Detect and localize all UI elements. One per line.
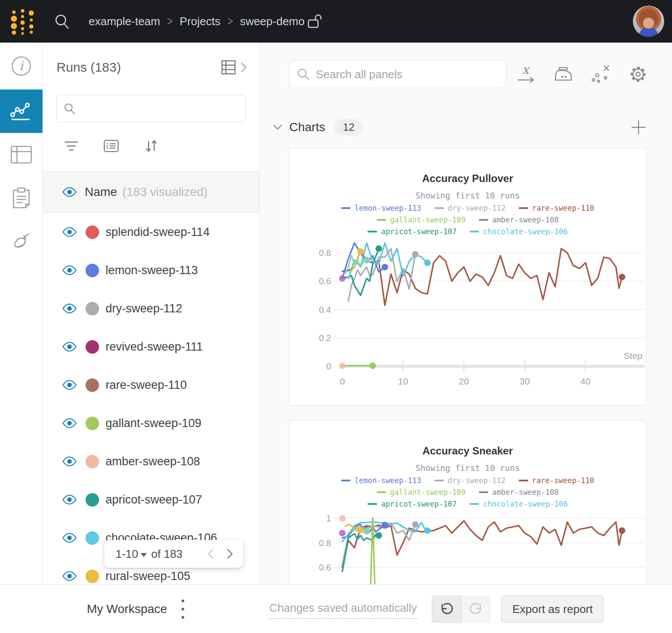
chart-panel-accuracy-pullover[interactable]: Accuracy PulloverShowing first 10 runsle… [289, 148, 646, 406]
legend-item-gallant-sweep-109[interactable]: gallant-sweep-109 [377, 215, 466, 224]
series-end-dot-gallant-sweep-109 [370, 362, 376, 369]
breadcrumb: example-team>Projects>sweep-demo [89, 15, 305, 28]
chart-plot[interactable]: 00.20.40.60.8010203040Step [289, 237, 646, 390]
search-icon [64, 102, 76, 115]
visibility-eye-icon[interactable] [62, 227, 77, 237]
runs-search-box[interactable] [56, 95, 246, 122]
workspace-menu-button[interactable] [177, 600, 189, 619]
legend-item-amber-sweep-108[interactable]: amber-sweep-108 [479, 488, 559, 497]
svg-text:10: 10 [398, 376, 408, 386]
chart-panel-accuracy-sneaker[interactable]: Accuracy SneakerShowing first 10 runslem… [289, 420, 646, 584]
visibility-all-icon[interactable] [62, 187, 77, 197]
prev-page-button[interactable] [207, 548, 215, 560]
visibility-eye-icon[interactable] [62, 380, 77, 390]
legend-line-swatch [367, 231, 377, 232]
next-page-button[interactable] [226, 548, 234, 560]
panels-search-box[interactable] [289, 60, 506, 88]
visibility-eye-icon[interactable] [62, 265, 77, 275]
legend-item-amber-sweep-108[interactable]: amber-sweep-108 [479, 215, 559, 224]
legend-item-dry-sweep-112[interactable]: dry-sweep-112 [434, 204, 506, 212]
legend-item-lemon-sweep-113[interactable]: lemon-sweep-113 [341, 204, 421, 212]
runs-name-header[interactable]: Name (183 visualized) [43, 171, 260, 213]
workspace-settings-button[interactable] [629, 64, 648, 84]
wandb-logo[interactable] [10, 7, 36, 36]
runs-table-icon [221, 60, 238, 75]
run-name[interactable]: rare-sweep-110 [106, 378, 187, 392]
run-color-dot [86, 531, 99, 545]
run-point-amber-sweep-108 [339, 362, 346, 369]
run-name[interactable]: apricot-sweep-107 [106, 493, 202, 507]
visibility-eye-icon[interactable] [62, 533, 77, 543]
legend-line-swatch [519, 480, 528, 481]
series-end-dot-apricot-sweep-107 [376, 245, 382, 252]
run-name[interactable]: rural-sweep-105 [106, 570, 190, 583]
table-icon [10, 146, 32, 164]
visibility-eye-icon[interactable] [62, 418, 77, 428]
x-axis-settings-button[interactable]: x [516, 64, 536, 84]
run-color-dot [86, 417, 99, 430]
legend-item-gallant-sweep-109[interactable]: gallant-sweep-109 [377, 488, 466, 497]
visibility-eye-icon[interactable] [62, 571, 77, 581]
add-panel-button[interactable] [630, 119, 647, 136]
visibility-eye-icon[interactable] [62, 342, 77, 351]
legend-line-swatch [341, 480, 351, 481]
legend-item-rare-sweep-110[interactable]: rare-sweep-110 [519, 204, 594, 212]
series-end-dot-rural-sweep-105 [358, 527, 364, 533]
legend-item-apricot-sweep-107[interactable]: apricot-sweep-107 [367, 227, 457, 236]
nav-sweeps[interactable] [0, 220, 43, 263]
run-row: rare-sweep-110 [43, 366, 260, 404]
panels-search-input[interactable] [316, 68, 498, 81]
run-name[interactable]: dry-sweep-112 [106, 302, 182, 315]
section-collapse-chevron[interactable] [273, 124, 282, 130]
nav-overview[interactable]: i [0, 43, 43, 89]
nav-table[interactable] [0, 133, 43, 176]
run-name[interactable]: revived-sweep-111 [106, 340, 203, 354]
global-search-icon[interactable] [54, 13, 70, 30]
run-color-dot [86, 264, 99, 277]
x-axis-icon: x [517, 64, 535, 84]
run-name[interactable]: lemon-sweep-113 [106, 264, 198, 277]
undo-button[interactable] [432, 596, 461, 623]
series-end-dot-rare-sweep-110 [619, 527, 626, 534]
unlock-icon [307, 13, 322, 30]
legend-line-swatch [341, 207, 351, 209]
legend-line-swatch [479, 219, 488, 221]
svg-text:0: 0 [340, 376, 345, 386]
redo-button[interactable] [461, 596, 491, 623]
breadcrumb-item-sweep-demo[interactable]: sweep-demo [240, 15, 305, 28]
run-name[interactable]: splendid-sweep-114 [106, 225, 210, 239]
visibility-eye-icon[interactable] [62, 457, 77, 466]
chart-subtitle: Showing first 10 runs [289, 463, 646, 473]
breadcrumb-item-example-team[interactable]: example-team [89, 15, 160, 28]
line-chart-icon [10, 100, 33, 123]
filter-runs-button[interactable] [63, 137, 80, 155]
runs-search-input[interactable] [81, 103, 238, 115]
legend-item-lemon-sweep-113[interactable]: lemon-sweep-113 [341, 476, 421, 485]
svg-text:30: 30 [520, 376, 530, 386]
visibility-eye-icon[interactable] [62, 304, 77, 313]
gear-icon [629, 64, 648, 84]
workspace-name[interactable]: My Workspace [87, 585, 167, 633]
user-avatar[interactable] [633, 6, 664, 37]
run-details-button[interactable] [103, 137, 120, 155]
legend-item-chocolate-sweep-106[interactable]: chocolate-sweep-106 [470, 227, 567, 236]
breadcrumb-item-Projects[interactable]: Projects [180, 15, 221, 28]
sort-runs-button[interactable] [142, 137, 160, 155]
outliers-settings-button[interactable] [591, 64, 610, 84]
legend-item-apricot-sweep-107[interactable]: apricot-sweep-107 [367, 500, 457, 508]
page-total: of 183 [151, 547, 182, 561]
smoothing-settings-button[interactable] [554, 64, 573, 84]
page-range-dropdown[interactable]: 1-10 [116, 547, 147, 561]
chart-plot[interactable]: 0.60.81 [289, 510, 646, 584]
nav-reports[interactable] [0, 176, 43, 220]
charts-section-title[interactable]: Charts [289, 120, 325, 134]
nav-charts[interactable] [0, 89, 43, 133]
export-report-button[interactable]: Export as report [501, 596, 604, 623]
visibility-eye-icon[interactable] [62, 495, 77, 504]
expand-runs-table-button[interactable] [221, 60, 247, 75]
legend-item-dry-sweep-112[interactable]: dry-sweep-112 [434, 476, 506, 485]
run-name[interactable]: amber-sweep-108 [106, 455, 200, 468]
legend-item-chocolate-sweep-106[interactable]: chocolate-sweep-106 [470, 500, 567, 508]
run-name[interactable]: gallant-sweep-109 [106, 417, 202, 430]
legend-item-rare-sweep-110[interactable]: rare-sweep-110 [519, 476, 594, 485]
